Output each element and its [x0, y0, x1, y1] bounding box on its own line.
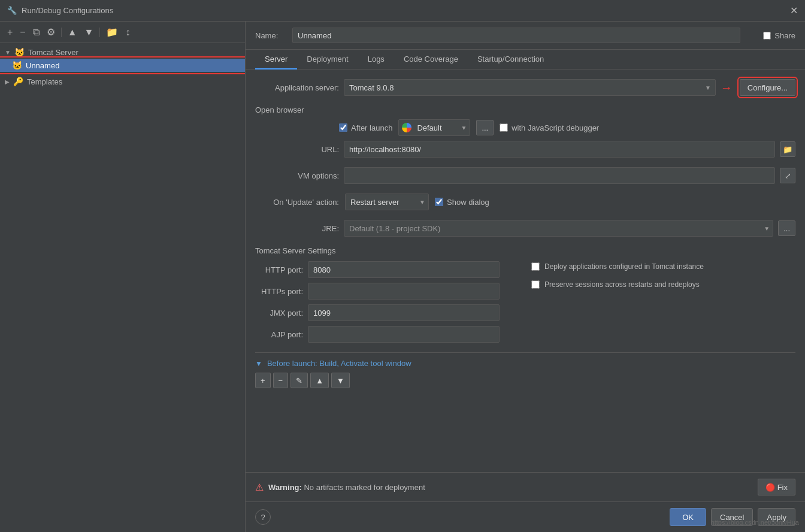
url-input[interactable] — [344, 141, 775, 158]
jmx-port-input[interactable] — [308, 304, 500, 321]
before-launch-add-button[interactable]: + — [255, 373, 271, 388]
name-input[interactable] — [292, 28, 740, 43]
warning-bar: ⚠ Warning: No artifacts marked for deplo… — [246, 472, 805, 501]
after-launch-text: After launch — [351, 123, 392, 132]
bottom-right: OK Cancel Apply — [670, 508, 795, 526]
folder-button[interactable]: 📁 — [104, 25, 120, 39]
before-launch-edit-button[interactable]: ✎ — [290, 373, 308, 388]
deploy-checkbox[interactable] — [531, 262, 540, 271]
move-down-button[interactable]: ▼ — [82, 26, 96, 39]
share-label: Share — [774, 31, 795, 40]
after-launch-label[interactable]: After launch — [339, 123, 392, 132]
preserve-checkbox-row: Preserve sessions across restarts and re… — [531, 279, 795, 290]
move-up-button[interactable]: ▲ — [65, 26, 80, 39]
close-button[interactable]: ✕ — [790, 5, 798, 16]
add-config-button[interactable]: + — [5, 26, 15, 39]
on-update-label: On 'Update' action: — [255, 198, 339, 207]
sort-button[interactable]: ↕ — [123, 26, 132, 39]
title-bar: 🔧 Run/Debug Configurations ✕ — [0, 0, 805, 22]
http-port-input[interactable] — [308, 261, 500, 278]
help-button[interactable]: ? — [255, 509, 271, 525]
chrome-icon — [402, 123, 411, 132]
unnamed-label: Unnamed — [26, 61, 59, 70]
jre-more-button[interactable]: ... — [778, 220, 795, 236]
ajp-port-label: AJP port: — [255, 330, 303, 339]
vm-options-input[interactable] — [344, 167, 775, 184]
configure-button[interactable]: Configure... — [740, 79, 795, 96]
tab-code-coverage[interactable]: Code Coverage — [394, 50, 468, 69]
js-debugger-label[interactable]: with JavaScript debugger — [500, 123, 599, 132]
ok-button[interactable]: OK — [670, 508, 706, 526]
fix-button[interactable]: 🔴 Fix — [758, 479, 795, 495]
https-port-row: HTTPs port: — [255, 283, 519, 300]
tree-unnamed[interactable]: 🐱 Unnamed ← — [0, 59, 245, 72]
vm-row: VM options: ⤢ — [255, 167, 795, 184]
update-row: On 'Update' action: Restart server ▼ Sho… — [255, 194, 795, 210]
show-dialog-label[interactable]: Show dialog — [435, 198, 489, 207]
https-port-input[interactable] — [308, 283, 500, 300]
toolbar-separator-2 — [99, 28, 100, 37]
unnamed-tomcat-icon: 🐱 — [12, 61, 22, 70]
app-server-row: Application server: Tomcat 9.0.8 ▼ → Con… — [255, 79, 795, 96]
tab-logs[interactable]: Logs — [358, 50, 394, 69]
tab-startup-connection[interactable]: Startup/Connection — [468, 50, 553, 69]
warning-icon: ⚠ — [255, 482, 264, 493]
server-settings-title: Tomcat Server Settings — [255, 246, 795, 255]
vm-expand-button[interactable]: ⤢ — [780, 168, 795, 183]
warning-bold: Warning: — [268, 483, 302, 492]
before-launch-arrow: ▼ — [255, 359, 262, 368]
url-label: URL: — [255, 145, 339, 154]
jre-select[interactable]: Default (1.8 - project SDK) — [344, 220, 773, 237]
before-launch-header[interactable]: ▼ Before launch: Build, Activate tool wi… — [255, 359, 795, 368]
jre-label: JRE: — [255, 224, 339, 233]
copy-config-button[interactable]: ⧉ — [31, 26, 42, 39]
deploy-checkbox-row: Deploy applications configured in Tomcat… — [531, 261, 795, 272]
http-port-label: HTTP port: — [255, 265, 303, 274]
before-launch-down-button[interactable]: ▼ — [331, 373, 350, 388]
browser-select-wrapper: Default ▼ — [398, 119, 470, 136]
js-debugger-checkbox[interactable] — [500, 123, 508, 132]
content-area: Application server: Tomcat 9.0.8 ▼ → Con… — [246, 69, 805, 472]
jmx-port-label: JMX port: — [255, 309, 303, 318]
browser-more-button[interactable]: ... — [476, 120, 494, 135]
https-port-label: HTTPs port: — [255, 287, 303, 296]
vm-options-label: VM options: — [255, 171, 339, 180]
tab-server[interactable]: Server — [255, 50, 297, 69]
share-checkbox[interactable] — [763, 32, 771, 40]
cancel-button[interactable]: Cancel — [711, 508, 753, 526]
share-row: Share — [748, 31, 795, 40]
show-dialog-text: Show dialog — [447, 198, 489, 207]
expand-arrow: ▼ — [5, 49, 11, 56]
tab-deployment[interactable]: Deployment — [297, 50, 358, 69]
before-launch-remove-button[interactable]: − — [273, 373, 289, 388]
url-row: URL: 📁 — [255, 141, 795, 158]
templates-arrow: ▶ — [5, 78, 10, 85]
app-icon: 🔧 — [7, 6, 17, 15]
ajp-port-input[interactable] — [308, 326, 500, 343]
after-launch-checkbox[interactable] — [339, 123, 347, 132]
apply-button[interactable]: Apply — [758, 508, 795, 526]
url-folder-button[interactable]: 📁 — [780, 141, 795, 157]
deploy-column: Deploy applications configured in Tomcat… — [531, 261, 795, 343]
left-divider — [0, 73, 245, 74]
red-arrow-configure: → — [721, 81, 733, 95]
warning-left: ⚠ Warning: No artifacts marked for deplo… — [255, 482, 425, 493]
right-panel: Name: Share Server Deployment Logs Code … — [246, 22, 805, 532]
show-dialog-checkbox[interactable] — [435, 198, 443, 206]
name-row: Name: Share — [246, 22, 805, 50]
preserve-label: Preserve sessions across restarts and re… — [544, 280, 700, 290]
remove-config-button[interactable]: − — [17, 26, 28, 39]
before-launch-section: ▼ Before launch: Build, Activate tool wi… — [255, 352, 795, 388]
preserve-checkbox[interactable] — [531, 280, 540, 289]
before-launch-up-button[interactable]: ▲ — [310, 373, 329, 388]
tree-container: ▼ 🐱 Tomcat Server 🐱 Unnamed ← ▶ 🔑 Templa… — [0, 43, 245, 532]
tree-tomcat-server[interactable]: ▼ 🐱 Tomcat Server — [0, 46, 245, 59]
app-server-select[interactable]: Tomcat 9.0.8 — [344, 79, 716, 96]
ports-column: HTTP port: HTTPs port: JMX port: AJ — [255, 261, 519, 343]
open-browser-section: Open browser After launch Default ▼ ... — [255, 105, 795, 158]
bottom-bar: ? OK Cancel Apply — [246, 501, 805, 532]
settings-button[interactable]: ⚙ — [44, 25, 58, 39]
tree-templates[interactable]: ▶ 🔑 Templates — [0, 75, 245, 88]
update-action-select[interactable]: Restart server — [345, 194, 429, 210]
tabs-row: Server Deployment Logs Code Coverage Sta… — [246, 50, 805, 69]
